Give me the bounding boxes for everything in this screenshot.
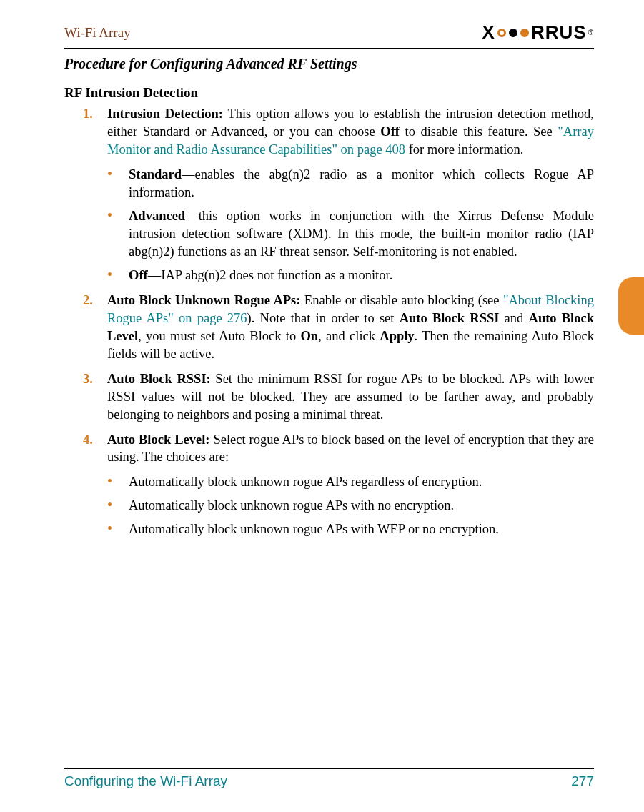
list-item: 3. Auto Block RSSI: Set the minimum RSSI…: [64, 370, 594, 424]
item-body: Auto Block Level: Select rogue APs to bl…: [107, 431, 594, 467]
bullet-icon: •: [107, 520, 129, 538]
logo-dot-icon: [520, 29, 529, 37]
page: Wi-Fi Array X RRUS ® Procedure for Confi…: [0, 0, 644, 812]
logo-dot-icon: [509, 29, 517, 37]
bullet-icon: •: [107, 166, 129, 202]
item-body: Intrusion Detection: This option allows …: [107, 105, 594, 159]
inline-bold: On: [300, 329, 318, 343]
item-lead: Auto Block RSSI:: [107, 372, 211, 386]
item-body: Automatically block unknown rogue APs wi…: [129, 520, 594, 538]
item-lead: Off: [129, 268, 148, 282]
text: for more information.: [405, 142, 523, 157]
item-body: Off—IAP abg(n)2 does not function as a m…: [129, 267, 594, 284]
item-body: Auto Block RSSI: Set the minimum RSSI fo…: [107, 370, 594, 424]
list-item: • Standard—enables the abg(n)2 radio as …: [64, 166, 594, 202]
text: Enable or disable auto blocking (see: [300, 293, 502, 307]
item-number: 4.: [83, 431, 107, 467]
logo-registered-icon: ®: [588, 29, 594, 36]
list-item: 1. Intrusion Detection: This option allo…: [64, 105, 594, 159]
item-body: Auto Block Unknown Rogue APs: Enable or …: [107, 292, 594, 363]
list-item: • Off—IAP abg(n)2 does not function as a…: [64, 267, 594, 284]
footer-left: Configuring the Wi-Fi Array: [64, 773, 227, 789]
header-rule: [64, 48, 594, 49]
brand-logo: X RRUS ®: [482, 21, 594, 44]
item-lead: Advanced: [129, 209, 185, 223]
section-thumb-tab: [618, 277, 644, 335]
bullet-icon: •: [107, 497, 129, 515]
item-lead: Intrusion Detection:: [107, 107, 223, 121]
text: —enables the abg(n)2 radio as a monitor …: [129, 167, 594, 199]
item-body: Advanced—this option works in conjunctio…: [129, 207, 594, 261]
logo-dot-icon: [497, 29, 506, 37]
text: , you must set Auto Block to: [138, 329, 300, 343]
text: —this option works in conjunction with t…: [129, 209, 594, 259]
body-content: 1. Intrusion Detection: This option allo…: [64, 105, 594, 538]
bullet-icon: •: [107, 207, 129, 261]
text: ). Note that in order to set: [247, 311, 400, 325]
text: —IAP abg(n)2 does not function as a moni…: [148, 268, 393, 282]
bullet-list: • Automatically block unknown rogue APs …: [64, 473, 594, 538]
procedure-title: Procedure for Configuring Advanced RF Se…: [64, 56, 594, 72]
running-head: Wi-Fi Array X RRUS ®: [64, 21, 594, 44]
footer-row: Configuring the Wi-Fi Array 277: [64, 773, 594, 789]
page-number: 277: [571, 773, 594, 789]
inline-bold: Off: [380, 124, 400, 139]
logo-text-left: X: [482, 21, 495, 44]
bullet-icon: •: [107, 473, 129, 491]
section-heading: RF Intrusion Detection: [64, 85, 594, 101]
page-footer: Configuring the Wi-Fi Array 277: [64, 768, 594, 789]
item-lead: Standard: [129, 167, 182, 182]
text: Automatically block unknown rogue APs re…: [129, 475, 482, 489]
item-body: Standard—enables the abg(n)2 radio as a …: [129, 166, 594, 202]
logo-text-right: RRUS: [531, 21, 587, 44]
item-body: Automatically block unknown rogue APs re…: [129, 473, 594, 491]
item-lead: Auto Block Level:: [107, 432, 209, 447]
footer-rule: [64, 768, 594, 769]
bullet-list: • Standard—enables the abg(n)2 radio as …: [64, 166, 594, 284]
list-item: • Automatically block unknown rogue APs …: [64, 520, 594, 538]
item-lead: Auto Block Unknown Rogue APs:: [107, 293, 300, 307]
item-number: 2.: [83, 292, 107, 363]
text: to disable this feature. See: [400, 124, 558, 139]
inline-bold: Auto Block RSSI: [400, 311, 500, 325]
inline-bold: Apply: [380, 329, 414, 343]
running-head-title: Wi-Fi Array: [64, 25, 131, 41]
item-number: 3.: [83, 370, 107, 424]
list-item: • Automatically block unknown rogue APs …: [64, 497, 594, 515]
text: Automatically block unknown rogue APs wi…: [129, 498, 454, 513]
item-number: 1.: [83, 105, 107, 159]
item-body: Automatically block unknown rogue APs wi…: [129, 497, 594, 515]
list-item: 4. Auto Block Level: Select rogue APs to…: [64, 431, 594, 467]
text: Automatically block unknown rogue APs wi…: [129, 522, 499, 536]
list-item: • Automatically block unknown rogue APs …: [64, 473, 594, 491]
text: , and click: [318, 329, 380, 343]
list-item: • Advanced—this option works in conjunct…: [64, 207, 594, 261]
bullet-icon: •: [107, 267, 129, 284]
text: and: [499, 311, 528, 325]
list-item: 2. Auto Block Unknown Rogue APs: Enable …: [64, 292, 594, 363]
